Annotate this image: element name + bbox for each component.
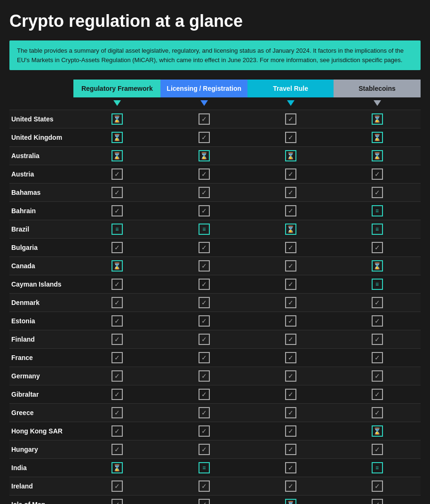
list-icon: ≡ [372, 205, 383, 216]
arrow-row [9, 97, 421, 110]
hourglass-icon: ⌛ [372, 425, 383, 437]
regulatory-cell: ✓ [73, 496, 160, 504]
country-name: Germany [9, 367, 73, 385]
regulatory-cell: ✓ [73, 330, 160, 349]
check-icon: ✓ [285, 480, 296, 492]
check-icon: ✓ [285, 113, 296, 125]
country-name: Gibraltar [9, 385, 73, 404]
check-icon: ✓ [372, 187, 383, 198]
hourglass-icon: ⌛ [111, 132, 123, 143]
licensing-cell: ✓ [160, 422, 247, 440]
list-icon: ≡ [199, 224, 210, 235]
country-name: Ireland [9, 477, 73, 496]
travel-cell: ✓ [247, 165, 334, 184]
licensing-cell: ✓ [160, 239, 247, 257]
check-icon: ✓ [285, 334, 296, 345]
hourglass-icon: ⌛ [111, 462, 123, 473]
check-icon: ✓ [111, 279, 123, 290]
table-body: United States ⌛ ✓ ✓ ⌛ United Kingdom ⌛ ✓… [9, 110, 421, 504]
travel-cell: ✓ [247, 385, 334, 404]
table-row: Brazil ≡ ≡ ⌛ ≡ [9, 220, 421, 239]
regulatory-cell: ✓ [73, 404, 160, 422]
country-name: Hungary [9, 440, 73, 459]
arrow-licensing [200, 100, 208, 106]
list-icon: ≡ [199, 462, 210, 473]
check-icon: ✓ [199, 444, 210, 455]
check-icon: ✓ [285, 205, 296, 216]
check-icon: ✓ [285, 242, 296, 253]
check-icon: ✓ [285, 187, 296, 198]
country-name: United Kingdom [9, 128, 73, 147]
regulatory-cell: ≡ [73, 220, 160, 239]
regulation-table: Regulatory Framework Licensing / Registr… [9, 80, 421, 504]
stablecoins-cell: ✓ [334, 239, 421, 257]
info-banner: The table provides a summary of digital … [9, 40, 421, 70]
country-name: Estonia [9, 312, 73, 330]
travel-cell: ✓ [247, 477, 334, 496]
stablecoins-cell: ⌛ [334, 147, 421, 165]
country-name: Hong Kong SAR [9, 422, 73, 440]
stablecoins-cell: ✓ [334, 477, 421, 496]
check-icon: ✓ [372, 370, 383, 382]
arrow-stablecoins [374, 100, 381, 106]
stablecoins-cell: ✓ [334, 312, 421, 330]
check-icon: ✓ [372, 389, 383, 400]
stablecoins-cell: ✓ [334, 496, 421, 504]
country-name: France [9, 349, 73, 367]
stablecoins-cell: ✓ [334, 349, 421, 367]
col-header-licensing[interactable]: Licensing / Registration [160, 80, 247, 97]
hourglass-icon: ⌛ [199, 150, 210, 161]
table-row: India ⌛ ≡ ✓ ≡ [9, 459, 421, 477]
col-header-regulatory[interactable]: Regulatory Framework [73, 80, 160, 97]
check-icon: ✓ [372, 297, 383, 308]
check-icon: ✓ [199, 425, 210, 437]
stablecoins-cell: ✓ [334, 330, 421, 349]
check-icon: ✓ [285, 370, 296, 382]
licensing-cell: ✓ [160, 477, 247, 496]
check-icon: ✓ [199, 279, 210, 290]
licensing-cell: ✓ [160, 367, 247, 385]
country-name: Austria [9, 165, 73, 184]
regulatory-cell: ✓ [73, 440, 160, 459]
list-icon: ≡ [111, 224, 123, 235]
check-icon: ✓ [199, 407, 210, 418]
check-icon: ✓ [111, 499, 123, 504]
country-name: Greece [9, 404, 73, 422]
regulatory-cell: ⌛ [73, 257, 160, 275]
country-name: Bulgaria [9, 239, 73, 257]
stablecoins-cell: ✓ [334, 165, 421, 184]
travel-cell: ✓ [247, 128, 334, 147]
check-icon: ✓ [372, 444, 383, 455]
licensing-cell: ✓ [160, 294, 247, 312]
check-icon: ✓ [199, 113, 210, 125]
hourglass-icon: ⌛ [372, 150, 383, 161]
regulatory-cell: ✓ [73, 165, 160, 184]
check-icon: ✓ [285, 389, 296, 400]
stablecoins-cell: ✓ [334, 294, 421, 312]
table-row: Ireland ✓ ✓ ✓ ✓ [9, 477, 421, 496]
licensing-cell: ⌛ [160, 147, 247, 165]
regulatory-cell: ✓ [73, 422, 160, 440]
country-name: Cayman Islands [9, 275, 73, 294]
check-icon: ✓ [285, 352, 296, 363]
check-icon: ✓ [111, 480, 123, 492]
travel-cell: ✓ [247, 202, 334, 220]
licensing-cell: ✓ [160, 385, 247, 404]
country-name: Canada [9, 257, 73, 275]
check-icon: ✓ [111, 315, 123, 327]
country-name: India [9, 459, 73, 477]
travel-cell: ✓ [247, 294, 334, 312]
check-icon: ✓ [372, 480, 383, 492]
table-row: Germany ✓ ✓ ✓ ✓ [9, 367, 421, 385]
licensing-cell: ✓ [160, 404, 247, 422]
list-icon: ≡ [372, 224, 383, 235]
table-row: Austria ✓ ✓ ✓ ✓ [9, 165, 421, 184]
check-icon: ✓ [111, 187, 123, 198]
check-icon: ✓ [285, 297, 296, 308]
col-header-stablecoins[interactable]: Stablecoins [334, 80, 421, 97]
travel-cell: ✓ [247, 257, 334, 275]
licensing-cell: ✓ [160, 440, 247, 459]
travel-cell: ✓ [247, 404, 334, 422]
col-header-travel[interactable]: Travel Rule [247, 80, 334, 97]
table-row: Hungary ✓ ✓ ✓ ✓ [9, 440, 421, 459]
